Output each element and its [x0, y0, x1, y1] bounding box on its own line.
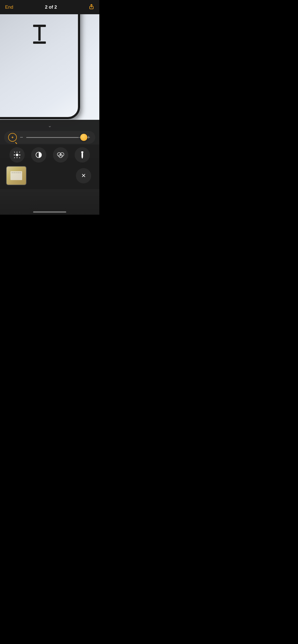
share-button[interactable]	[89, 4, 94, 11]
zoom-magnifier-icon	[8, 133, 17, 142]
collapse-chevron-icon: ⌄	[48, 123, 52, 128]
nav-title: 2 of 2	[45, 5, 57, 10]
main-image-area: ⌄ − +	[0, 14, 99, 215]
brightness-filter-button[interactable]	[9, 147, 25, 163]
close-icon: ✕	[81, 172, 86, 179]
bottom-action-row: ✕	[4, 166, 95, 185]
brightness-icon	[14, 152, 20, 158]
zoom-slider-fill	[26, 137, 78, 138]
magnifier-panel: ⌄ − +	[0, 120, 99, 189]
filter-row	[4, 147, 95, 163]
svg-rect-1	[81, 151, 83, 153]
close-button[interactable]: ✕	[76, 168, 91, 183]
nav-bar: End 2 of 2	[0, 0, 99, 14]
end-button[interactable]: End	[5, 5, 13, 10]
thumbnail-image[interactable]	[6, 166, 26, 185]
zoom-slider-thumb[interactable]	[80, 134, 87, 141]
svg-marker-3	[82, 157, 83, 158]
contrast-filter-button[interactable]	[31, 147, 46, 163]
thumbnail-preview	[7, 167, 26, 185]
share-icon	[89, 4, 94, 9]
svg-rect-2	[82, 153, 83, 157]
zoom-icon-button[interactable]	[8, 133, 17, 142]
zoom-minus-button[interactable]: −	[19, 134, 24, 141]
flashlight-icon	[80, 151, 85, 158]
key-border	[0, 14, 79, 119]
home-indicator	[33, 211, 66, 213]
flashlight-filter-button[interactable]	[75, 147, 90, 163]
zoom-slider-track[interactable]	[26, 137, 84, 138]
color-filter-icon	[57, 152, 64, 158]
contrast-icon	[36, 152, 42, 158]
color-filter-button[interactable]	[53, 147, 68, 163]
zoom-slider-row: − +	[4, 131, 95, 144]
collapse-indicator[interactable]: ⌄	[4, 123, 95, 128]
